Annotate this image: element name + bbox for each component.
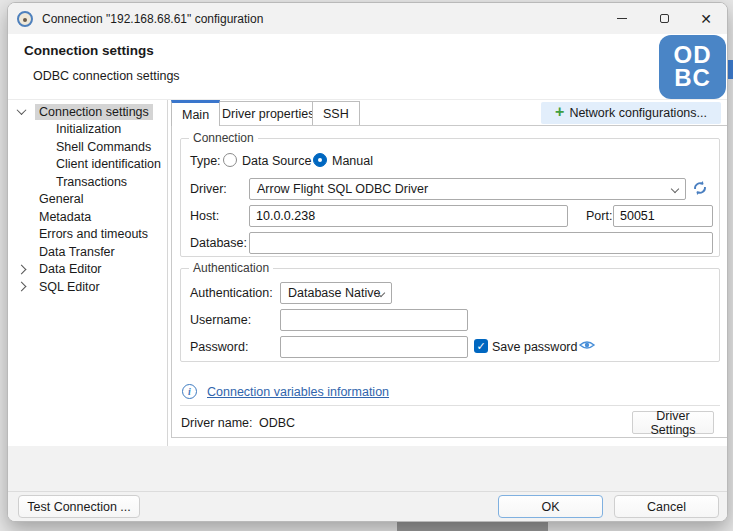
dialog-body: Connection settings Initialization Shell…: [8, 100, 727, 446]
password-label: Password:: [190, 340, 248, 354]
driver-combo-value: Arrow Flight SQL ODBC Driver: [257, 182, 428, 196]
network-configurations-label: Network configurations...: [569, 106, 707, 120]
tree-item-label: Data Editor: [35, 261, 106, 277]
close-icon: ✕: [700, 12, 712, 26]
sidebar-item-metadata[interactable]: Metadata: [8, 208, 167, 226]
test-connection-button[interactable]: Test Connection ...: [18, 495, 140, 518]
sidebar-item-shell-commands[interactable]: Shell Commands: [8, 138, 167, 156]
username-label: Username:: [190, 313, 251, 327]
dbeaver-app-icon: [17, 11, 33, 27]
driver-name-label: Driver name:: [181, 416, 253, 430]
connection-group: Connection Type: Data Source Manual Driv…: [180, 138, 720, 257]
variables-link-row: i Connection variables information: [182, 384, 389, 399]
save-password-checkbox[interactable]: ✓: [474, 339, 488, 353]
tree-item-label: Connection settings: [35, 104, 153, 120]
username-input[interactable]: [280, 309, 468, 331]
sidebar-item-data-transfer[interactable]: Data Transfer: [8, 243, 167, 261]
refresh-driver-icon[interactable]: [691, 179, 709, 197]
minimize-icon: [617, 18, 627, 19]
footer-divider: [8, 491, 727, 492]
sidebar-item-general[interactable]: General: [8, 191, 167, 209]
tree-item-label: Transactions: [52, 174, 131, 190]
host-input[interactable]: [249, 205, 568, 227]
sidebar-item-sql-editor[interactable]: SQL Editor: [8, 278, 167, 296]
maximize-icon: [660, 14, 669, 23]
panel-divider: [180, 405, 720, 406]
tree-item-label: SQL Editor: [35, 279, 104, 295]
driver-combo[interactable]: Arrow Flight SQL ODBC Driver: [249, 178, 686, 200]
port-input[interactable]: [613, 205, 713, 227]
tree-item-label: Shell Commands: [52, 139, 155, 155]
save-password-label[interactable]: Save password: [492, 340, 577, 354]
sidebar-item-initialization[interactable]: Initialization: [8, 121, 167, 139]
sidebar-item-data-editor[interactable]: Data Editor: [8, 261, 167, 279]
sidebar-item-connection-settings[interactable]: Connection settings: [8, 103, 167, 121]
page-title: Connection settings: [24, 43, 154, 58]
authentication-label: Authentication:: [190, 286, 273, 300]
authentication-combo-value: Database Native: [288, 286, 380, 300]
driver-label: Driver:: [190, 182, 227, 196]
info-icon: i: [182, 384, 197, 399]
chevron-collapsed-icon[interactable]: [17, 264, 27, 274]
dialog-footer: Test Connection ... OK Cancel: [8, 446, 727, 522]
cancel-button[interactable]: Cancel: [614, 495, 719, 518]
type-label: Type:: [190, 154, 221, 168]
tree-item-label: Data Transfer: [35, 244, 119, 260]
dialog-header: Connection settings ODBC connection sett…: [8, 34, 727, 100]
tab-label: SSH: [323, 107, 349, 121]
connection-variables-link[interactable]: Connection variables information: [207, 385, 389, 399]
tab-ssh[interactable]: SSH: [312, 101, 360, 125]
title-bar[interactable]: Connection "192.168.68.61" configuration…: [8, 3, 727, 34]
connection-configuration-dialog: Connection "192.168.68.61" configuration…: [7, 2, 728, 522]
sidebar-item-client-identification[interactable]: Client identification: [8, 156, 167, 174]
sidebar-item-transactions[interactable]: Transactions: [8, 173, 167, 191]
main-tab-panel: Connection Type: Data Source Manual Driv…: [171, 125, 728, 438]
database-input[interactable]: [249, 232, 713, 254]
tab-label: Main: [182, 108, 209, 122]
radio-manual[interactable]: [313, 153, 327, 167]
host-label: Host:: [190, 209, 219, 223]
authentication-group-label: Authentication: [189, 261, 273, 275]
tab-driver-properties[interactable]: Driver properties: [211, 101, 325, 125]
driver-name-value: ODBC: [259, 416, 295, 430]
tab-main[interactable]: Main: [171, 100, 220, 126]
minimize-button[interactable]: [601, 3, 643, 34]
tree-item-label: Client identification: [52, 156, 165, 172]
ok-button[interactable]: OK: [498, 495, 603, 518]
background-artifact: [397, 522, 548, 531]
settings-tree: Connection settings Initialization Shell…: [8, 103, 167, 296]
plus-icon: +: [555, 104, 564, 120]
database-label: Database:: [190, 236, 247, 250]
close-button[interactable]: ✕: [685, 3, 727, 34]
radio-manual-label[interactable]: Manual: [332, 154, 373, 168]
page-subtitle: ODBC connection settings: [33, 69, 180, 83]
password-reveal-icon[interactable]: [578, 337, 596, 353]
tree-item-label: Errors and timeouts: [35, 226, 152, 242]
authentication-group: Authentication Authentication: Database …: [180, 268, 720, 362]
chevron-down-icon: [671, 185, 679, 193]
tree-item-label: General: [35, 191, 87, 207]
network-configurations-button[interactable]: + Network configurations...: [541, 102, 721, 124]
radio-data-source[interactable]: [223, 153, 237, 167]
sidebar-item-errors-and-timeouts[interactable]: Errors and timeouts: [8, 226, 167, 244]
tab-label: Driver properties: [222, 107, 314, 121]
authentication-combo[interactable]: Database Native: [280, 282, 392, 304]
tree-item-label: Metadata: [35, 209, 95, 225]
driver-settings-button[interactable]: Driver Settings: [632, 411, 714, 434]
chevron-collapsed-icon[interactable]: [17, 282, 27, 292]
maximize-button[interactable]: [643, 3, 685, 34]
sidebar-divider: [167, 100, 168, 446]
window-title: Connection "192.168.68.61" configuration: [42, 12, 601, 26]
connection-group-label: Connection: [189, 131, 258, 145]
port-label: Port:: [586, 209, 612, 223]
radio-data-source-label[interactable]: Data Source: [242, 154, 311, 168]
tree-item-label: Initialization: [52, 121, 125, 137]
chevron-expanded-icon[interactable]: [17, 105, 27, 115]
password-input[interactable]: [280, 336, 468, 358]
odbc-logo-line2: BC: [674, 67, 711, 90]
odbc-logo: OD BC: [659, 35, 726, 99]
